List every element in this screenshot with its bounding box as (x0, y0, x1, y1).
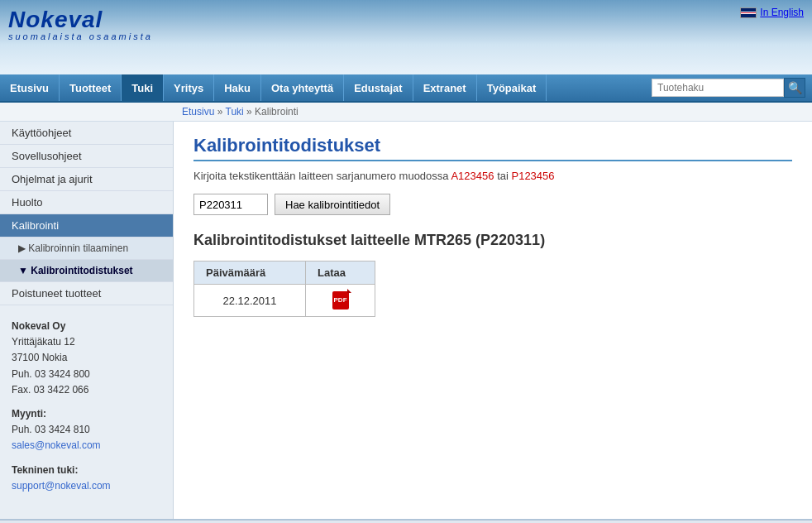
pdf-download-icon[interactable]: PDF (332, 291, 349, 309)
nav-etusivu[interactable]: Etusivu (0, 74, 60, 101)
logo-tagline: suomalaista osaamista (8, 31, 153, 41)
cert-download-cell: PDF (306, 285, 375, 317)
sidebar-item-ohjelmat[interactable]: Ohjelmat ja ajurit (0, 168, 173, 191)
sales-phone: Puh. 03 3424 810 (12, 422, 161, 438)
logo-area: Nokeval suomalaista osaamista (8, 7, 153, 41)
main-nav: Etusivu Tuotteet Tuki Yritys Haku Ota yh… (0, 74, 812, 103)
nav-items: Etusivu Tuotteet Tuki Yritys Haku Ota yh… (0, 74, 547, 101)
sidebar-item-sovellusohjeet[interactable]: Sovellusohjeet (0, 145, 173, 168)
cert-date: 22.12.2011 (194, 285, 306, 317)
support-title: Tekninen tuki: (12, 463, 161, 478)
breadcrumb-current: Kalibrointi (255, 106, 299, 118)
sales-email[interactable]: sales@nokeval.com (12, 439, 101, 451)
page-title: Kalibrointitodistukset (193, 135, 792, 161)
nav-tyopaikat[interactable]: Työpaikat (477, 74, 547, 101)
header: Nokeval suomalaista osaamista In English (0, 0, 812, 74)
example2: P123456 (511, 170, 554, 182)
example1: A123456 (451, 170, 494, 182)
search-button[interactable]: 🔍 (784, 78, 805, 98)
sidebar-item-poistuneet[interactable]: Poistuneet tuotteet (0, 282, 173, 305)
result-title: Kalibrointitodistukset laitteelle MTR265… (193, 232, 792, 249)
nav-haku[interactable]: Haku (214, 74, 261, 101)
search-area: 🔍 (652, 74, 812, 101)
nav-tuki[interactable]: Tuki (122, 74, 164, 101)
flag-icon (740, 7, 757, 18)
fax: Fax. 03 3422 066 (12, 382, 161, 398)
company-name: Nokeval Oy (12, 319, 161, 334)
nav-yritys[interactable]: Yritys (164, 74, 214, 101)
nav-edustajat[interactable]: Edustajat (344, 74, 413, 101)
nav-tuotteet[interactable]: Tuotteet (60, 74, 122, 101)
description: Kirjoita tekstikenttään laitteen sarjanu… (193, 170, 792, 182)
sidebar: Käyttöohjeet Sovellusohjeet Ohjelmat ja … (0, 122, 174, 519)
serial-input[interactable] (193, 194, 268, 215)
sidebar-item-kayttoohjeet[interactable]: Käyttöohjeet (0, 122, 173, 145)
breadcrumb-tuki[interactable]: Tuki (226, 106, 244, 118)
logo-text[interactable]: Nokeval (8, 7, 153, 33)
breadcrumb-sep1: » (217, 106, 226, 118)
lang-switcher[interactable]: In English (740, 7, 804, 18)
support-email[interactable]: support@nokeval.com (12, 480, 111, 492)
breadcrumb-etusivu[interactable]: Etusivu (182, 106, 214, 118)
layout: Käyttöohjeet Sovellusohjeet Ohjelmat ja … (0, 122, 812, 519)
sidebar-item-todistukset[interactable]: ▼ Kalibrointitodistukset (0, 260, 173, 282)
description-or: tai (494, 170, 512, 182)
search-form: Hae kalibrointitiedot (193, 194, 792, 215)
fetch-button[interactable]: Hae kalibrointitiedot (275, 194, 390, 215)
col-date: Päivämäärä (194, 262, 306, 285)
main-content: Kalibrointitodistukset Kirjoita tekstike… (174, 122, 812, 519)
address2: 37100 Nokia (12, 350, 161, 366)
breadcrumb-sep2: » (246, 106, 255, 118)
sidebar-item-tilaaminen[interactable]: ▶ Kalibroinnin tilaaminen (0, 238, 173, 260)
footer: Nokeval Oy | Yrittäjäkatu 12, 37100 Noki… (0, 519, 812, 523)
table-row: 22.12.2011 PDF (194, 285, 375, 317)
address1: Yrittäjäkatu 12 (12, 334, 161, 350)
description-text: Kirjoita tekstikenttään laitteen sarjanu… (193, 170, 451, 182)
sales-title: Myynti: (12, 406, 161, 422)
col-download: Lataa (306, 262, 375, 285)
nav-extranet[interactable]: Extranet (413, 74, 477, 101)
breadcrumb: Etusivu » Tuki » Kalibrointi (0, 103, 812, 122)
sidebar-contact: Nokeval Oy Yrittäjäkatu 12 37100 Nokia P… (0, 305, 173, 507)
sidebar-item-huolto[interactable]: Huolto (0, 191, 173, 214)
lang-link[interactable]: In English (760, 7, 804, 18)
product-search-input[interactable] (652, 79, 784, 97)
sidebar-item-kalibrointi[interactable]: Kalibrointi (0, 214, 173, 238)
nav-ota-yhteytta[interactable]: Ota yhteyttä (261, 74, 344, 101)
cert-table: Päivämäärä Lataa 22.12.2011 PDF (193, 261, 375, 317)
phone: Puh. 03 3424 800 (12, 367, 161, 382)
